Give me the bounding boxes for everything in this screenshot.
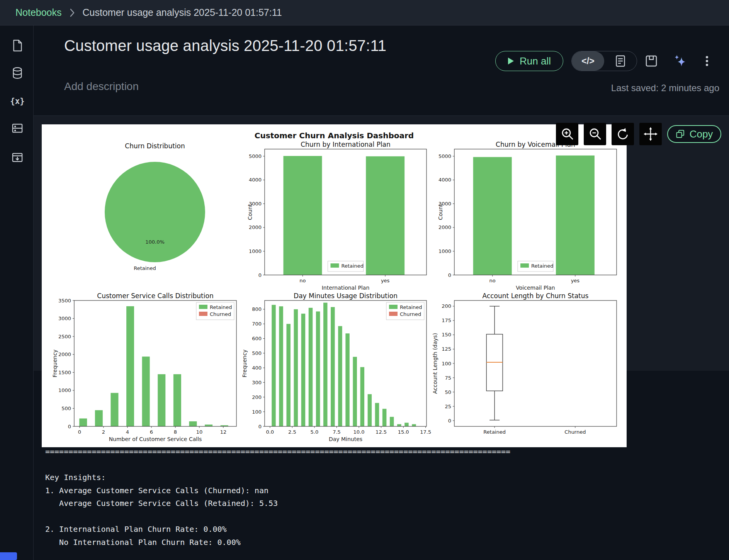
more-options-button[interactable] [700,52,719,70]
kebab-menu-icon [700,54,714,68]
svg-text:2000: 2000 [249,224,262,230]
svg-text:6: 6 [150,429,153,435]
reset-view-icon [614,126,631,143]
svg-text:0: 0 [78,429,81,435]
svg-text:Churn Distribution: Churn Distribution [125,142,185,150]
svg-text:yes: yes [571,278,580,283]
copy-output-button[interactable]: Copy [667,125,721,143]
svg-text:100: 100 [252,409,262,415]
database-icon [10,66,25,80]
add-description-button[interactable]: Add description [64,80,139,93]
svg-text:1500: 1500 [58,370,71,375]
topbar: Notebooks Customer usage analysis 2025-1… [0,0,729,25]
svg-text:0: 0 [448,418,451,424]
sparkle-icon [672,53,688,69]
svg-text:2000: 2000 [58,351,71,357]
svg-text:Frequency: Frequency [52,350,58,377]
svg-text:1000: 1000 [249,248,262,254]
svg-text:10.0: 10.0 [353,429,365,435]
svg-text:300: 300 [252,380,262,385]
notebook-app: Notebooks Customer usage analysis 2025-1… [0,0,729,560]
svg-text:Retained: Retained [400,304,422,310]
code-view-toggle[interactable]: </> [572,51,604,71]
svg-text:Frequency: Frequency [241,350,248,377]
chart-box: Account Length by Churn Status0255075100… [432,292,617,435]
layout-panels-icon [10,121,25,136]
svg-text:600: 600 [252,336,262,341]
view-mode-toggle: </> [571,51,637,71]
svg-text:4: 4 [126,429,129,435]
figure-zoom-in-button[interactable] [556,123,578,145]
copy-label: Copy [690,128,713,140]
sidebar-item-variables[interactable]: {x} [10,93,25,109]
svg-text:Number of Customer Service Cal: Number of Customer Service Calls [109,436,202,442]
play-icon [508,57,514,65]
document-view-toggle[interactable] [604,51,637,71]
assistant-button[interactable] [672,52,691,70]
svg-text:125: 125 [442,346,451,352]
svg-text:Customer Service Calls Distrib: Customer Service Calls Distribution [97,292,213,300]
svg-text:175: 175 [442,317,451,323]
svg-text:2500: 2500 [58,334,71,339]
svg-text:12: 12 [220,429,227,435]
run-all-label: Run all [520,55,551,67]
svg-text:no: no [489,278,496,283]
svg-text:Voicemail Plan: Voicemail Plan [516,285,555,291]
sidebar-bottom-accent [0,552,17,560]
svg-text:1000: 1000 [58,387,71,393]
svg-text:75: 75 [445,375,451,381]
svg-text:Churned: Churned [400,311,421,317]
zoom-in-icon [559,126,576,143]
last-saved-status: Last saved: 2 minutes ago [611,83,719,93]
code-icon: </> [581,56,594,66]
svg-text:Count: Count [247,204,253,220]
svg-text:200: 200 [252,394,262,400]
svg-text:500: 500 [252,350,262,356]
svg-text:Churned: Churned [210,311,231,317]
svg-text:2000: 2000 [438,224,451,230]
run-all-button[interactable]: Run all [495,51,563,71]
svg-text:Retained: Retained [210,304,232,310]
breadcrumb-current: Customer usage analysis 2025-11-20 01:57… [83,7,282,18]
figure-pan-button[interactable] [639,123,662,145]
chart-day: Day Minutes Usage Distribution0100200300… [241,292,431,442]
notebook-title[interactable]: Customer usage analysis 2025-11-20 01:57… [64,37,386,54]
svg-text:Customer Churn Analysis Dashbo: Customer Churn Analysis Dashboard [255,131,414,140]
svg-text:yes: yes [381,278,390,283]
figure-reset-view-button[interactable] [612,123,634,145]
svg-text:3500: 3500 [58,298,71,304]
svg-text:500: 500 [61,406,71,411]
svg-text:Day Minutes: Day Minutes [329,436,362,442]
cell-output-text: ========================================… [45,445,510,549]
sidebar-item-notebook[interactable] [10,38,25,53]
sidebar-item-data[interactable] [10,65,25,81]
figure-zoom-out-button[interactable] [584,123,606,145]
svg-text:15.0: 15.0 [398,429,409,435]
import-box-icon [10,149,25,164]
svg-text:Retained: Retained [531,263,554,269]
svg-text:0: 0 [258,272,262,278]
copy-icon [676,129,685,139]
zoom-out-icon [586,126,603,143]
svg-text:800: 800 [252,306,262,312]
svg-text:Churn by International Plan: Churn by International Plan [301,141,391,148]
svg-text:Retained: Retained [483,429,506,435]
cell-output-figure: Customer Churn Analysis DashboardChurn D… [42,124,627,447]
save-button[interactable] [644,52,663,70]
svg-text:Churned: Churned [564,429,586,435]
breadcrumb-notebooks-link[interactable]: Notebooks [15,7,62,18]
breadcrumb-chevron-icon [70,8,75,17]
dashboard-figure-svg: Customer Churn Analysis DashboardChurn D… [42,124,627,447]
svg-text:25: 25 [445,404,451,409]
svg-text:700: 700 [252,321,262,327]
sidebar-item-panels[interactable] [10,120,25,136]
svg-text:3000: 3000 [58,316,71,321]
variables-icon: {x} [10,94,25,109]
sidebar-item-import[interactable] [10,149,25,165]
svg-text:400: 400 [252,365,262,371]
svg-text:0: 0 [68,424,71,429]
svg-text:100.0%: 100.0% [145,239,165,245]
svg-text:Retained: Retained [342,263,364,269]
chart-vm: Churn by Voicemail Plan01000200030004000… [437,141,617,291]
svg-text:7.5: 7.5 [333,429,341,435]
